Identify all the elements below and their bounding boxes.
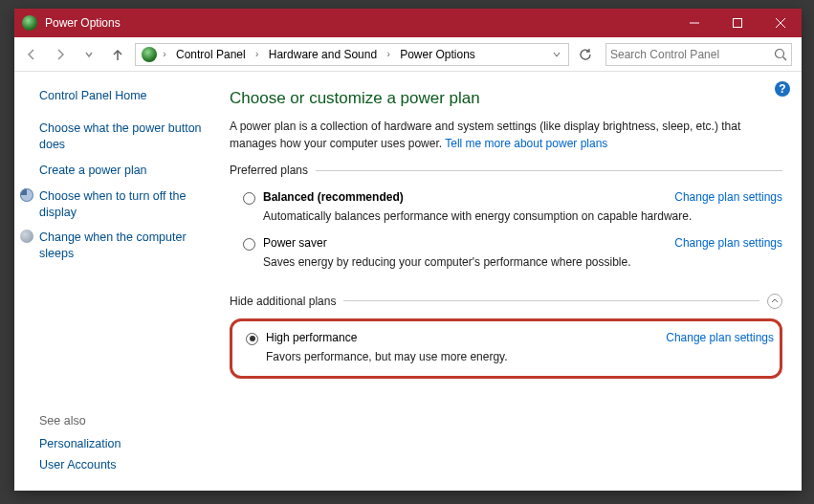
see-also-personalization[interactable]: Personalization: [39, 437, 121, 450]
plan-power-saver[interactable]: Power saver Change plan settings Saves e…: [230, 232, 782, 278]
plan-description: Saves energy by reducing your computer's…: [263, 254, 782, 271]
radio-balanced[interactable]: [243, 192, 255, 205]
clock-icon: [20, 188, 33, 202]
section-label: Preferred plans: [230, 164, 308, 177]
chevron-right-icon: ›: [159, 49, 170, 59]
radio-power-saver[interactable]: [243, 238, 255, 251]
see-also: See also Personalization User Accounts: [39, 414, 121, 479]
change-settings-link[interactable]: Change plan settings: [674, 236, 782, 250]
refresh-button[interactable]: [575, 48, 596, 61]
svg-line-6: [783, 56, 787, 60]
breadcrumb[interactable]: › Control Panel › Hardware and Sound › P…: [135, 43, 569, 66]
plan-description: Automatically balances performance with …: [263, 208, 782, 225]
change-settings-link[interactable]: Change plan settings: [674, 190, 782, 204]
search-icon: [774, 48, 787, 61]
svg-rect-1: [733, 19, 741, 28]
sidebar-home-link[interactable]: Control Panel Home: [39, 89, 220, 118]
titlebar[interactable]: Power Options: [14, 9, 802, 37]
breadcrumb-item[interactable]: Power Options: [396, 48, 479, 61]
navbar: › Control Panel › Hardware and Sound › P…: [14, 37, 802, 72]
preferred-plans-heading: Preferred plans: [230, 164, 782, 177]
window: Power Options › Control Panel › Hardware…: [14, 9, 802, 491]
divider: [316, 170, 782, 171]
forward-button[interactable]: [49, 43, 72, 66]
highlighted-plan: High performance Change plan settings Fa…: [230, 318, 782, 380]
plan-name: High performance: [266, 331, 357, 344]
breadcrumb-dropdown[interactable]: [549, 50, 564, 59]
window-title: Power Options: [45, 16, 672, 30]
search-box[interactable]: [605, 43, 792, 66]
sidebar-item-create-plan[interactable]: Create a power plan: [39, 160, 220, 182]
plan-name: Power saver: [263, 236, 327, 250]
collapse-button[interactable]: [767, 294, 782, 309]
minimize-button[interactable]: [672, 9, 715, 37]
section-label: Hide additional plans: [230, 295, 336, 308]
chevron-right-icon: ›: [383, 49, 394, 59]
recent-dropdown[interactable]: [77, 43, 100, 66]
plan-high-performance[interactable]: High performance Change plan settings Fa…: [238, 327, 774, 369]
sidebar-item-label: Choose what the power button does: [39, 121, 220, 153]
plan-name: Balanced (recommended): [263, 190, 404, 204]
sidebar-item-label: Choose when to turn off the display: [39, 188, 220, 221]
svg-point-5: [776, 49, 784, 57]
maximize-button[interactable]: [715, 9, 759, 37]
additional-plans-heading[interactable]: Hide additional plans: [230, 294, 782, 309]
plan-balanced[interactable]: Balanced (recommended) Change plan setti…: [230, 186, 782, 232]
back-button[interactable]: [20, 43, 43, 66]
up-button[interactable]: [106, 43, 129, 66]
help-icon[interactable]: ?: [775, 81, 790, 97]
see-also-user-accounts[interactable]: User Accounts: [39, 458, 121, 471]
divider: [343, 300, 759, 301]
learn-more-link[interactable]: Tell me more about power plans: [445, 137, 607, 150]
close-button[interactable]: [759, 9, 802, 37]
breadcrumb-item[interactable]: Control Panel: [172, 48, 250, 61]
moon-icon: [20, 230, 33, 243]
see-also-heading: See also: [39, 414, 121, 427]
page-title: Choose or customize a power plan: [230, 89, 782, 108]
breadcrumb-item[interactable]: Hardware and Sound: [265, 48, 381, 61]
sidebar-item-label: Change when the computer sleeps: [39, 230, 220, 262]
sidebar-item-display-off[interactable]: Choose when to turn off the display: [20, 186, 220, 224]
content: Control Panel Home Choose what the power…: [14, 72, 802, 491]
radio-high-performance[interactable]: [246, 333, 258, 345]
search-input[interactable]: [610, 48, 768, 61]
app-icon: [22, 15, 37, 31]
power-icon: [142, 47, 157, 62]
change-settings-link[interactable]: Change plan settings: [666, 331, 774, 344]
sidebar: Control Panel Home Choose what the power…: [14, 72, 220, 491]
plan-description: Favors performance, but may use more ene…: [266, 349, 774, 365]
sidebar-item-power-button[interactable]: Choose what the power button does: [39, 118, 220, 156]
main-panel: ? Choose or customize a power plan A pow…: [220, 72, 802, 491]
page-description: A power plan is a collection of hardware…: [230, 118, 782, 152]
sidebar-item-label: Create a power plan: [39, 163, 147, 179]
chevron-right-icon: ›: [252, 49, 263, 59]
sidebar-item-sleep[interactable]: Change when the computer sleeps: [20, 227, 220, 265]
